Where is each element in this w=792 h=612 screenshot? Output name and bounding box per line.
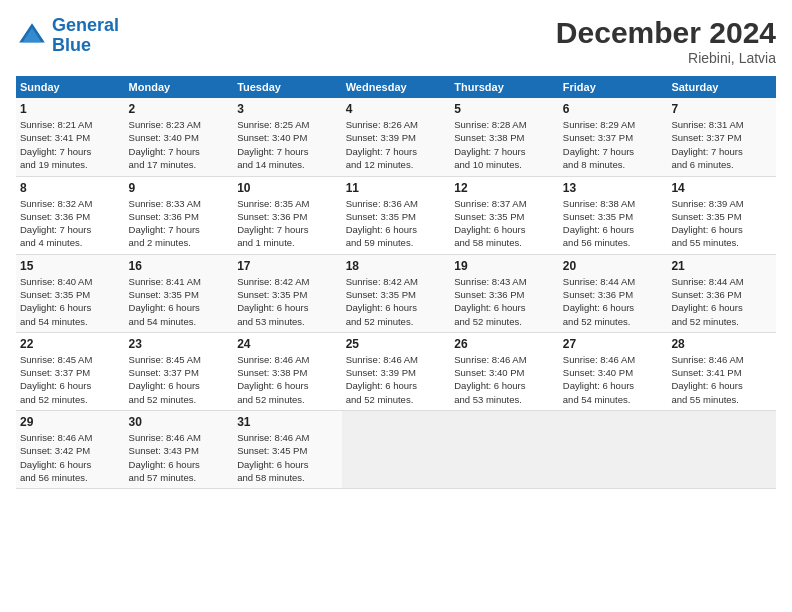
day-number: 22: [20, 337, 121, 351]
calendar-cell: 22Sunrise: 8:45 AM Sunset: 3:37 PM Dayli…: [16, 332, 125, 410]
week-row-1: 1Sunrise: 8:21 AM Sunset: 3:41 PM Daylig…: [16, 98, 776, 176]
calendar-cell: 14Sunrise: 8:39 AM Sunset: 3:35 PM Dayli…: [667, 176, 776, 254]
calendar-cell: 25Sunrise: 8:46 AM Sunset: 3:39 PM Dayli…: [342, 332, 451, 410]
week-row-4: 22Sunrise: 8:45 AM Sunset: 3:37 PM Dayli…: [16, 332, 776, 410]
day-number: 2: [129, 102, 230, 116]
day-number: 20: [563, 259, 664, 273]
day-number: 10: [237, 181, 338, 195]
day-number: 3: [237, 102, 338, 116]
col-friday: Friday: [559, 76, 668, 98]
calendar-cell: [667, 411, 776, 489]
calendar-cell: 18Sunrise: 8:42 AM Sunset: 3:35 PM Dayli…: [342, 254, 451, 332]
day-info: Sunrise: 8:39 AM Sunset: 3:35 PM Dayligh…: [671, 197, 772, 250]
day-number: 16: [129, 259, 230, 273]
day-number: 13: [563, 181, 664, 195]
day-number: 12: [454, 181, 555, 195]
day-info: Sunrise: 8:40 AM Sunset: 3:35 PM Dayligh…: [20, 275, 121, 328]
day-number: 15: [20, 259, 121, 273]
day-number: 31: [237, 415, 338, 429]
calendar-cell: 21Sunrise: 8:44 AM Sunset: 3:36 PM Dayli…: [667, 254, 776, 332]
day-info: Sunrise: 8:28 AM Sunset: 3:38 PM Dayligh…: [454, 118, 555, 171]
day-number: 26: [454, 337, 555, 351]
logo-icon: [16, 20, 48, 52]
calendar-cell: 24Sunrise: 8:46 AM Sunset: 3:38 PM Dayli…: [233, 332, 342, 410]
calendar-cell: 1Sunrise: 8:21 AM Sunset: 3:41 PM Daylig…: [16, 98, 125, 176]
day-number: 9: [129, 181, 230, 195]
day-info: Sunrise: 8:42 AM Sunset: 3:35 PM Dayligh…: [346, 275, 447, 328]
calendar-cell: 30Sunrise: 8:46 AM Sunset: 3:43 PM Dayli…: [125, 411, 234, 489]
calendar-cell: 12Sunrise: 8:37 AM Sunset: 3:35 PM Dayli…: [450, 176, 559, 254]
header: General Blue December 2024 Riebini, Latv…: [16, 16, 776, 66]
day-number: 24: [237, 337, 338, 351]
day-number: 4: [346, 102, 447, 116]
day-number: 25: [346, 337, 447, 351]
day-number: 18: [346, 259, 447, 273]
header-row: Sunday Monday Tuesday Wednesday Thursday…: [16, 76, 776, 98]
day-info: Sunrise: 8:21 AM Sunset: 3:41 PM Dayligh…: [20, 118, 121, 171]
calendar-cell: 17Sunrise: 8:42 AM Sunset: 3:35 PM Dayli…: [233, 254, 342, 332]
calendar-cell: 28Sunrise: 8:46 AM Sunset: 3:41 PM Dayli…: [667, 332, 776, 410]
calendar-cell: 23Sunrise: 8:45 AM Sunset: 3:37 PM Dayli…: [125, 332, 234, 410]
logo-line1: General: [52, 15, 119, 35]
calendar-cell: 13Sunrise: 8:38 AM Sunset: 3:35 PM Dayli…: [559, 176, 668, 254]
day-number: 21: [671, 259, 772, 273]
calendar-cell: 3Sunrise: 8:25 AM Sunset: 3:40 PM Daylig…: [233, 98, 342, 176]
day-number: 1: [20, 102, 121, 116]
day-number: 19: [454, 259, 555, 273]
col-wednesday: Wednesday: [342, 76, 451, 98]
day-info: Sunrise: 8:42 AM Sunset: 3:35 PM Dayligh…: [237, 275, 338, 328]
location: Riebini, Latvia: [556, 50, 776, 66]
day-number: 28: [671, 337, 772, 351]
calendar-cell: 26Sunrise: 8:46 AM Sunset: 3:40 PM Dayli…: [450, 332, 559, 410]
day-number: 11: [346, 181, 447, 195]
calendar-header: Sunday Monday Tuesday Wednesday Thursday…: [16, 76, 776, 98]
day-info: Sunrise: 8:43 AM Sunset: 3:36 PM Dayligh…: [454, 275, 555, 328]
col-saturday: Saturday: [667, 76, 776, 98]
calendar-cell: [342, 411, 451, 489]
day-info: Sunrise: 8:46 AM Sunset: 3:38 PM Dayligh…: [237, 353, 338, 406]
day-number: 7: [671, 102, 772, 116]
day-info: Sunrise: 8:31 AM Sunset: 3:37 PM Dayligh…: [671, 118, 772, 171]
week-row-3: 15Sunrise: 8:40 AM Sunset: 3:35 PM Dayli…: [16, 254, 776, 332]
calendar-cell: 7Sunrise: 8:31 AM Sunset: 3:37 PM Daylig…: [667, 98, 776, 176]
day-number: 29: [20, 415, 121, 429]
day-number: 27: [563, 337, 664, 351]
calendar-body: 1Sunrise: 8:21 AM Sunset: 3:41 PM Daylig…: [16, 98, 776, 489]
calendar-cell: 10Sunrise: 8:35 AM Sunset: 3:36 PM Dayli…: [233, 176, 342, 254]
logo: General Blue: [16, 16, 119, 56]
day-info: Sunrise: 8:46 AM Sunset: 3:45 PM Dayligh…: [237, 431, 338, 484]
day-info: Sunrise: 8:35 AM Sunset: 3:36 PM Dayligh…: [237, 197, 338, 250]
calendar-cell: 27Sunrise: 8:46 AM Sunset: 3:40 PM Dayli…: [559, 332, 668, 410]
page: General Blue December 2024 Riebini, Latv…: [0, 0, 792, 612]
day-info: Sunrise: 8:23 AM Sunset: 3:40 PM Dayligh…: [129, 118, 230, 171]
col-monday: Monday: [125, 76, 234, 98]
day-number: 30: [129, 415, 230, 429]
day-number: 6: [563, 102, 664, 116]
day-info: Sunrise: 8:37 AM Sunset: 3:35 PM Dayligh…: [454, 197, 555, 250]
day-info: Sunrise: 8:46 AM Sunset: 3:43 PM Dayligh…: [129, 431, 230, 484]
day-info: Sunrise: 8:45 AM Sunset: 3:37 PM Dayligh…: [129, 353, 230, 406]
calendar-cell: 20Sunrise: 8:44 AM Sunset: 3:36 PM Dayli…: [559, 254, 668, 332]
day-info: Sunrise: 8:38 AM Sunset: 3:35 PM Dayligh…: [563, 197, 664, 250]
calendar-cell: 9Sunrise: 8:33 AM Sunset: 3:36 PM Daylig…: [125, 176, 234, 254]
calendar-cell: 8Sunrise: 8:32 AM Sunset: 3:36 PM Daylig…: [16, 176, 125, 254]
day-info: Sunrise: 8:46 AM Sunset: 3:40 PM Dayligh…: [454, 353, 555, 406]
calendar-cell: 11Sunrise: 8:36 AM Sunset: 3:35 PM Dayli…: [342, 176, 451, 254]
day-info: Sunrise: 8:32 AM Sunset: 3:36 PM Dayligh…: [20, 197, 121, 250]
day-info: Sunrise: 8:46 AM Sunset: 3:39 PM Dayligh…: [346, 353, 447, 406]
day-number: 17: [237, 259, 338, 273]
day-info: Sunrise: 8:33 AM Sunset: 3:36 PM Dayligh…: [129, 197, 230, 250]
day-info: Sunrise: 8:25 AM Sunset: 3:40 PM Dayligh…: [237, 118, 338, 171]
day-info: Sunrise: 8:46 AM Sunset: 3:41 PM Dayligh…: [671, 353, 772, 406]
logo-text: General Blue: [52, 16, 119, 56]
day-info: Sunrise: 8:26 AM Sunset: 3:39 PM Dayligh…: [346, 118, 447, 171]
calendar-cell: 15Sunrise: 8:40 AM Sunset: 3:35 PM Dayli…: [16, 254, 125, 332]
day-number: 5: [454, 102, 555, 116]
col-tuesday: Tuesday: [233, 76, 342, 98]
calendar-cell: 2Sunrise: 8:23 AM Sunset: 3:40 PM Daylig…: [125, 98, 234, 176]
day-info: Sunrise: 8:29 AM Sunset: 3:37 PM Dayligh…: [563, 118, 664, 171]
col-sunday: Sunday: [16, 76, 125, 98]
day-info: Sunrise: 8:46 AM Sunset: 3:40 PM Dayligh…: [563, 353, 664, 406]
day-info: Sunrise: 8:44 AM Sunset: 3:36 PM Dayligh…: [563, 275, 664, 328]
logo-line2: Blue: [52, 35, 91, 55]
